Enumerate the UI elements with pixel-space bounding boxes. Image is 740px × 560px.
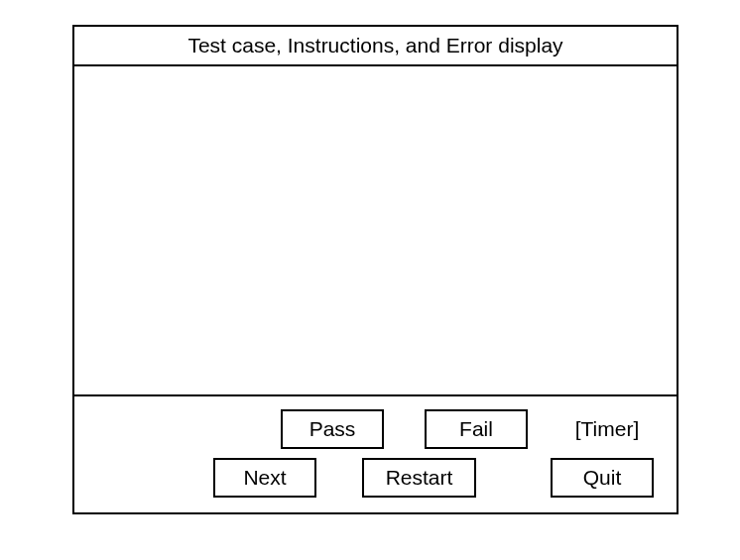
- timer-text: [Timer]: [575, 417, 640, 441]
- restart-button[interactable]: Restart: [362, 458, 476, 498]
- header-bar: Test case, Instructions, and Error displ…: [74, 27, 677, 66]
- pass-button[interactable]: Pass: [281, 409, 384, 449]
- header-title: Test case, Instructions, and Error displ…: [187, 34, 562, 57]
- timer-display: [Timer]: [555, 409, 659, 449]
- footer-controls: Pass Fail [Timer] Next Restart Quit: [74, 396, 677, 512]
- next-button[interactable]: Next: [213, 458, 316, 498]
- fail-button[interactable]: Fail: [425, 409, 528, 449]
- pass-button-label: Pass: [309, 417, 356, 441]
- quit-button-label: Quit: [583, 466, 622, 490]
- restart-button-label: Restart: [386, 466, 453, 490]
- content-area: [74, 66, 677, 396]
- fail-button-label: Fail: [459, 417, 493, 441]
- test-window: Test case, Instructions, and Error displ…: [72, 25, 678, 514]
- next-button-label: Next: [243, 466, 286, 490]
- quit-button[interactable]: Quit: [551, 458, 654, 498]
